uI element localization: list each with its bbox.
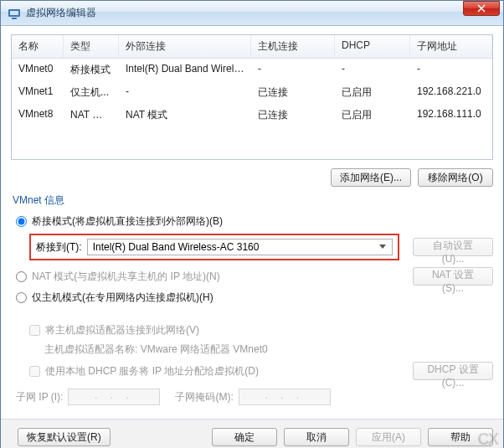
cell: 192.168.111.0 [410, 106, 492, 125]
cell: 仅主机... [64, 83, 119, 102]
app-icon [8, 7, 21, 20]
cell: VMnet0 [12, 60, 64, 80]
cell: VMnet1 [12, 83, 64, 102]
titlebar[interactable]: 虚拟网络编辑器 [1, 1, 503, 26]
cell: Intel(R) Dual Band Wireless-... [119, 60, 251, 80]
vmnet-info-label: VMnet 信息 [13, 193, 493, 208]
cell: 已连接 [251, 106, 335, 125]
subnet-mask-label: 子网掩码(M): [175, 390, 233, 404]
cell: 已启用 [335, 106, 410, 125]
cell: VMnet8 [12, 106, 64, 125]
bridge-to-label: 桥接到(T): [36, 240, 82, 255]
window-title: 虚拟网络编辑器 [26, 6, 463, 20]
bridge-to-highlight: 桥接到(T): Intel(R) Dual Band Wireless-AC 3… [29, 234, 399, 260]
bridge-to-value: Intel(R) Dual Band Wireless-AC 3160 [93, 241, 260, 253]
connect-host-checkbox [29, 325, 40, 336]
bridge-radio-row[interactable]: 桥接模式(将虚拟机直接连接到外部网络)(B) [16, 214, 493, 229]
bridge-radio[interactable] [16, 216, 27, 227]
table-header-row: 名称 类型 外部连接 主机连接 DHCP 子网地址 [12, 35, 492, 59]
cancel-button[interactable]: 取消 [284, 428, 349, 446]
cell: - [335, 60, 410, 80]
cell: - [251, 60, 335, 80]
dhcp-set-button: DHCP 设置(C)... [413, 362, 493, 380]
cell: NAT 模式 [119, 106, 251, 125]
table-row[interactable]: VMnet0 桥接模式 Intel(R) Dual Band Wireless-… [12, 59, 492, 81]
subnet-ip-input: . . . [68, 389, 160, 405]
cell: NAT 模式 [64, 106, 119, 125]
vnet-editor-window: 虚拟网络编辑器 名称 类型 外部连接 主机连接 DHCP 子网地址 VMnet0… [0, 0, 504, 448]
nat-set-button: NAT 设置(S)... [413, 267, 493, 286]
ok-button[interactable]: 确定 [212, 428, 277, 446]
restore-defaults-button[interactable]: 恢复默认设置(R) [18, 428, 111, 446]
col-dhcp[interactable]: DHCP [335, 35, 410, 58]
bridge-to-select[interactable]: Intel(R) Dual Band Wireless-AC 3160 [87, 239, 393, 255]
nat-radio[interactable] [16, 271, 27, 282]
apply-button: 应用(A) [356, 428, 421, 446]
close-button[interactable] [463, 1, 500, 16]
cell: 已连接 [251, 83, 335, 102]
bridge-radio-label: 桥接模式(将虚拟机直接连接到外部网络)(B) [32, 214, 223, 229]
col-host[interactable]: 主机连接 [251, 35, 335, 58]
table-row[interactable]: VMnet1 仅主机... - 已连接 已启用 192.168.221.0 [12, 81, 492, 104]
subnet-ip-label: 子网 IP (I): [16, 390, 63, 404]
connect-host-check-row: 将主机虚拟适配器连接到此网络(V) [29, 323, 493, 337]
subnet-mask-input: . . . [239, 389, 331, 405]
cell: 192.168.221.0 [410, 83, 492, 102]
cell: - [119, 83, 251, 102]
hostonly-radio-label: 仅主机模式(在专用网络内连接虚拟机)(H) [32, 291, 213, 305]
hostonly-radio[interactable] [16, 292, 27, 303]
cell: 已启用 [335, 83, 410, 102]
hostonly-radio-row[interactable]: 仅主机模式(在专用网络内连接虚拟机)(H) [16, 291, 493, 305]
auto-set-button: 自动设置(U)... [413, 238, 493, 256]
close-icon [477, 4, 486, 13]
dhcp-checkbox [29, 366, 40, 377]
dialog-footer: 恢复默认设置(R) 确定 取消 应用(A) 帮助 [1, 419, 503, 448]
nat-radio-row[interactable]: NAT 模式(与虚拟机共享主机的 IP 地址)(N) NAT 设置(S)... [16, 267, 493, 286]
table-row[interactable]: VMnet8 NAT 模式 NAT 模式 已连接 已启用 192.168.111… [12, 104, 492, 126]
adapter-name-line: 主机虚拟适配器名称: VMware 网络适配器 VMnet0 [44, 342, 493, 357]
add-network-button[interactable]: 添加网络(E)... [331, 168, 411, 187]
cell: 桥接模式 [64, 60, 119, 80]
col-subnet[interactable]: 子网地址 [410, 35, 492, 58]
vmnet-table[interactable]: 名称 类型 外部连接 主机连接 DHCP 子网地址 VMnet0 桥接模式 In… [11, 34, 493, 160]
connect-host-label: 将主机虚拟适配器连接到此网络(V) [45, 323, 199, 337]
col-ext[interactable]: 外部连接 [119, 35, 251, 58]
svg-rect-2 [12, 18, 17, 19]
dhcp-check-label: 使用本地 DHCP 服务将 IP 地址分配给虚拟机(D) [45, 364, 259, 378]
col-type[interactable]: 类型 [64, 35, 119, 58]
watermark: CX [477, 430, 497, 448]
nat-radio-label: NAT 模式(与虚拟机共享主机的 IP 地址)(N) [32, 270, 220, 284]
chevron-down-icon [377, 241, 388, 253]
col-name[interactable]: 名称 [12, 35, 64, 58]
remove-network-button[interactable]: 移除网络(O) [418, 168, 493, 187]
svg-rect-1 [10, 11, 18, 15]
cell: - [410, 60, 492, 80]
